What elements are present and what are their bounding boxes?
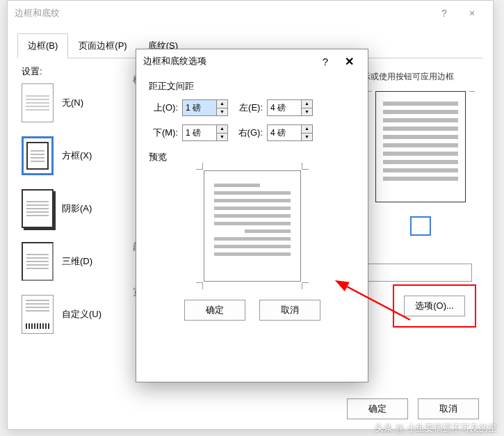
- setting-none-label: 无(N): [62, 97, 83, 109]
- setting-box[interactable]: 方框(X): [22, 136, 126, 175]
- setting-3d-label: 三维(D): [62, 255, 92, 268]
- threed-icon: [22, 242, 54, 281]
- close-button[interactable]: ×: [458, 8, 486, 19]
- apply-to-select[interactable]: [361, 264, 472, 282]
- preview-hint: 示或使用按钮可应用边框: [362, 71, 479, 83]
- left-label: 左(E):: [234, 102, 263, 114]
- sub-close-button[interactable]: ✕: [337, 55, 361, 68]
- top-up[interactable]: ▲: [217, 100, 227, 108]
- setting-none[interactable]: 无(N): [22, 83, 126, 122]
- sub-titlebar: 边框和底纹选项 ? ✕: [136, 49, 368, 73]
- box-icon: [22, 136, 54, 175]
- shadow-icon: [22, 189, 54, 228]
- tab-page-borders[interactable]: 页面边框(P): [68, 33, 137, 58]
- custom-icon: [22, 295, 54, 334]
- top-down[interactable]: ▼: [217, 108, 227, 116]
- help-button[interactable]: ?: [430, 8, 458, 19]
- tab-borders[interactable]: 边框(B): [17, 33, 68, 58]
- main-ok-button[interactable]: 确定: [347, 398, 408, 419]
- main-title: 边框和底纹: [15, 7, 430, 19]
- margin-group-label: 距正文间距: [149, 80, 355, 92]
- top-spinner[interactable]: ▲▼: [182, 99, 228, 116]
- right-spinner[interactable]: ▲▼: [267, 124, 313, 141]
- top-label: 上(O):: [149, 102, 178, 114]
- preview-toggle-button[interactable]: [410, 216, 431, 236]
- bottom-label: 下(M):: [149, 127, 178, 139]
- borders-shading-options-dialog: 边框和底纹选项 ? ✕ 距正文间距 上(O): ▲▼ 左(E): ▲▼: [136, 49, 368, 382]
- options-button[interactable]: 选项(O)...: [404, 296, 465, 316]
- watermark: 头条 @ 小鱼要摘遥不可及的星: [375, 422, 497, 435]
- sub-cancel-button[interactable]: 取消: [259, 300, 320, 321]
- left-spinner[interactable]: ▲▼: [267, 99, 313, 116]
- right-up[interactable]: ▲: [302, 125, 312, 134]
- bottom-up[interactable]: ▲: [217, 125, 227, 134]
- sub-help-button[interactable]: ?: [314, 56, 337, 67]
- bottom-down[interactable]: ▼: [217, 134, 227, 141]
- left-down[interactable]: ▼: [302, 108, 312, 116]
- left-up[interactable]: ▲: [302, 100, 312, 108]
- sub-ok-button[interactable]: 确定: [184, 300, 245, 321]
- right-label: 右(G):: [234, 127, 263, 139]
- setting-box-label: 方框(X): [62, 150, 92, 162]
- right-down[interactable]: ▼: [302, 134, 312, 141]
- setting-shadow-label: 阴影(A): [62, 202, 92, 215]
- settings-label: 设置:: [22, 65, 126, 78]
- setting-3d[interactable]: 三维(D): [22, 242, 126, 281]
- bottom-input[interactable]: [183, 125, 216, 140]
- main-cancel-button[interactable]: 取消: [418, 398, 479, 419]
- none-icon: [22, 83, 54, 122]
- settings-column: 设置: 无(N) 方框(X) 阴影(A): [22, 65, 126, 348]
- sub-preview-label: 预览: [149, 151, 355, 163]
- left-input[interactable]: [268, 100, 301, 115]
- sub-preview: [204, 170, 301, 282]
- top-input[interactable]: [183, 100, 216, 115]
- setting-custom[interactable]: 自定义(U): [22, 295, 126, 334]
- setting-shadow[interactable]: 阴影(A): [22, 189, 126, 228]
- main-titlebar: 边框和底纹 ? ×: [8, 1, 493, 26]
- sub-title: 边框和底纹选项: [143, 55, 314, 67]
- setting-custom-label: 自定义(U): [62, 308, 101, 321]
- bottom-spinner[interactable]: ▲▼: [182, 124, 228, 141]
- main-preview: [375, 91, 466, 202]
- right-input[interactable]: [268, 125, 301, 140]
- main-footer: 确定 取消: [347, 398, 479, 419]
